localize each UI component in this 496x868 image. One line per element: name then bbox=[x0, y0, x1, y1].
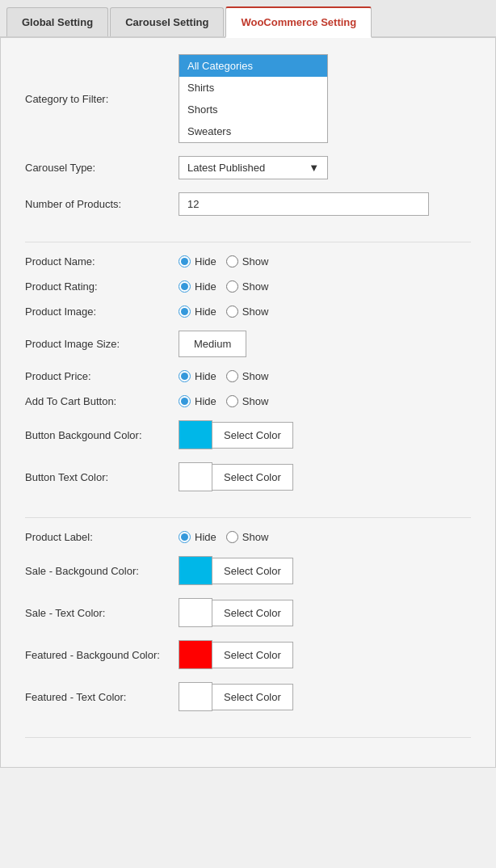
button-bg-color-btn[interactable]: Select Color bbox=[212, 422, 293, 449]
product-image-hide-label[interactable]: Hide bbox=[179, 305, 216, 318]
product-image-hide-radio[interactable] bbox=[179, 305, 191, 318]
control-product-rating: Hide Show bbox=[179, 280, 471, 293]
add-to-cart-show-text: Show bbox=[242, 395, 269, 407]
tab-global[interactable]: Global Setting bbox=[6, 7, 108, 36]
tab-woocommerce[interactable]: WooCommerce Setting bbox=[225, 6, 372, 38]
row-button-text-color: Button Text Color: Select Color bbox=[25, 462, 471, 491]
sale-bg-color-swatch[interactable] bbox=[179, 556, 212, 585]
label-product-price: Product Price: bbox=[25, 370, 179, 382]
carousel-type-select[interactable]: Latest Published ▼ bbox=[179, 156, 328, 179]
control-product-image-size: Medium bbox=[179, 331, 471, 357]
control-featured-text-color: Select Color bbox=[179, 682, 471, 711]
control-num-products bbox=[179, 192, 471, 216]
product-price-show-radio[interactable] bbox=[226, 370, 238, 382]
product-price-hide-label[interactable]: Hide bbox=[179, 370, 216, 382]
label-carousel-type: Carousel Type: bbox=[25, 162, 179, 174]
label-category: Category to Filter: bbox=[25, 93, 179, 105]
label-product-rating: Product Rating: bbox=[25, 280, 179, 293]
label-product-image: Product Image: bbox=[25, 305, 179, 318]
control-button-text-color: Select Color bbox=[179, 462, 471, 491]
control-button-bg-color: Select Color bbox=[179, 420, 471, 449]
label-sale-text-color: Sale - Text Color: bbox=[25, 607, 179, 619]
row-category: Category to Filter: All Categories Shirt… bbox=[25, 54, 471, 143]
control-add-to-cart: Hide Show bbox=[179, 395, 471, 407]
row-featured-text-color: Featured - Text Color: Select Color bbox=[25, 682, 471, 711]
label-featured-bg-color: Featured - Backgound Color: bbox=[25, 649, 179, 661]
product-image-show-label[interactable]: Show bbox=[226, 305, 269, 318]
control-sale-text-color: Select Color bbox=[179, 598, 471, 627]
product-rating-hide-radio[interactable] bbox=[179, 280, 191, 293]
product-rating-show-label[interactable]: Show bbox=[226, 280, 269, 293]
section-labels: Product Label: Hide Show Sale - Backgoun… bbox=[25, 531, 471, 738]
label-featured-text-color: Featured - Text Color: bbox=[25, 691, 179, 703]
label-sale-bg-color: Sale - Backgound Color: bbox=[25, 565, 179, 577]
add-to-cart-show-label[interactable]: Show bbox=[226, 395, 269, 407]
button-text-color-btn[interactable]: Select Color bbox=[212, 464, 293, 491]
row-product-image-size: Product Image Size: Medium bbox=[25, 331, 471, 357]
product-name-show-label[interactable]: Show bbox=[226, 255, 269, 268]
category-option-shirts[interactable]: Shirts bbox=[179, 77, 327, 99]
control-sale-bg-color: Select Color bbox=[179, 556, 471, 585]
row-sale-text-color: Sale - Text Color: Select Color bbox=[25, 598, 471, 627]
tab-carousel[interactable]: Carousel Setting bbox=[110, 7, 224, 36]
product-image-show-radio[interactable] bbox=[226, 305, 238, 318]
label-num-products: Number of Products: bbox=[25, 198, 179, 210]
num-products-input[interactable] bbox=[179, 192, 429, 216]
section-top: Category to Filter: All Categories Shirt… bbox=[25, 54, 471, 242]
sale-text-color-swatch[interactable] bbox=[179, 598, 212, 627]
row-sale-bg-color: Sale - Backgound Color: Select Color bbox=[25, 556, 471, 585]
product-price-hide-radio[interactable] bbox=[179, 370, 191, 382]
panel-content: Category to Filter: All Categories Shirt… bbox=[0, 38, 496, 768]
sale-bg-color-btn[interactable]: Select Color bbox=[212, 558, 293, 584]
row-num-products: Number of Products: bbox=[25, 192, 471, 216]
control-category: All Categories Shirts Shorts Sweaters bbox=[179, 54, 471, 143]
product-label-show-text: Show bbox=[242, 531, 269, 543]
featured-bg-color-swatch[interactable] bbox=[179, 640, 212, 669]
product-rating-hide-text: Hide bbox=[195, 280, 216, 293]
category-dropdown[interactable]: All Categories Shirts Shorts Sweaters bbox=[179, 54, 328, 143]
category-option-shorts[interactable]: Shorts bbox=[179, 99, 327, 120]
product-label-show-label[interactable]: Show bbox=[226, 531, 269, 543]
category-option-sweaters[interactable]: Sweaters bbox=[179, 120, 327, 142]
tabs-bar: Global Setting Carousel Setting WooComme… bbox=[0, 0, 496, 38]
featured-text-color-swatch[interactable] bbox=[179, 682, 212, 711]
product-price-show-label[interactable]: Show bbox=[226, 370, 269, 382]
add-to-cart-hide-radio[interactable] bbox=[179, 395, 191, 407]
button-bg-color-swatch[interactable] bbox=[179, 420, 212, 449]
row-product-price: Product Price: Hide Show bbox=[25, 370, 471, 382]
product-price-show-text: Show bbox=[242, 370, 269, 382]
row-carousel-type: Carousel Type: Latest Published ▼ bbox=[25, 156, 471, 179]
product-label-hide-radio[interactable] bbox=[179, 531, 191, 543]
product-name-hide-label[interactable]: Hide bbox=[179, 255, 216, 268]
row-product-name: Product Name: Hide Show bbox=[25, 255, 471, 268]
product-rating-show-text: Show bbox=[242, 280, 269, 293]
product-name-show-radio[interactable] bbox=[226, 255, 238, 268]
label-add-to-cart: Add To Cart Button: bbox=[25, 395, 179, 407]
label-button-text-color: Button Text Color: bbox=[25, 471, 179, 483]
row-featured-bg-color: Featured - Backgound Color: Select Color bbox=[25, 640, 471, 669]
product-label-show-radio[interactable] bbox=[226, 531, 238, 543]
product-image-hide-text: Hide bbox=[195, 305, 216, 318]
product-name-hide-radio[interactable] bbox=[179, 255, 191, 268]
chevron-down-icon: ▼ bbox=[309, 162, 319, 174]
label-button-bg-color: Button Backgound Color: bbox=[25, 429, 179, 441]
add-to-cart-show-radio[interactable] bbox=[226, 395, 238, 407]
product-rating-show-radio[interactable] bbox=[226, 280, 238, 293]
label-product-label: Product Label: bbox=[25, 531, 179, 543]
button-text-color-swatch[interactable] bbox=[179, 462, 212, 491]
product-price-hide-text: Hide bbox=[195, 370, 216, 382]
sale-text-color-btn[interactable]: Select Color bbox=[212, 600, 293, 626]
product-name-show-text: Show bbox=[242, 255, 269, 268]
featured-bg-color-btn[interactable]: Select Color bbox=[212, 642, 293, 668]
add-to-cart-hide-text: Hide bbox=[195, 395, 216, 407]
row-button-bg-color: Button Backgound Color: Select Color bbox=[25, 420, 471, 449]
product-image-size-btn[interactable]: Medium bbox=[179, 331, 246, 357]
control-product-label: Hide Show bbox=[179, 531, 471, 543]
featured-text-color-btn[interactable]: Select Color bbox=[212, 684, 293, 710]
product-rating-hide-label[interactable]: Hide bbox=[179, 280, 216, 293]
product-label-hide-label[interactable]: Hide bbox=[179, 531, 216, 543]
row-product-image: Product Image: Hide Show bbox=[25, 305, 471, 318]
add-to-cart-hide-label[interactable]: Hide bbox=[179, 395, 216, 407]
control-product-price: Hide Show bbox=[179, 370, 471, 382]
category-option-all[interactable]: All Categories bbox=[179, 55, 327, 77]
